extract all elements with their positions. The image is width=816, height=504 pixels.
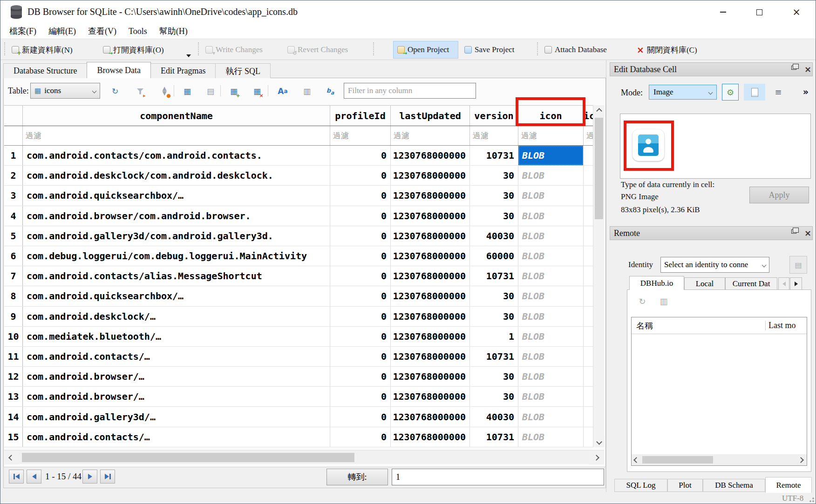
cell-profileId[interactable]: 0 (330, 166, 391, 185)
open-database-dropdown-icon[interactable] (186, 54, 191, 57)
cell-version[interactable]: 1 (470, 327, 518, 346)
cell-icon-blob[interactable]: BLOB (518, 226, 584, 246)
cell-componentName[interactable]: com.android.quicksearchbox/… (23, 186, 330, 205)
row-number[interactable]: 1 (4, 146, 23, 165)
table-row[interactable]: 6 com.debug.loggerui/com.debug.loggerui.… (4, 246, 593, 266)
cell-icon-blob[interactable]: BLOB (518, 146, 584, 165)
table-row[interactable]: 7 com.android.contacts/alias.MessageShor… (4, 266, 593, 286)
apply-button[interactable]: Apply (749, 187, 809, 203)
col-header-version[interactable]: version (470, 106, 518, 126)
cell-componentName[interactable]: com.android.contacts/… (23, 347, 330, 366)
cell-version[interactable]: 60000 (470, 246, 518, 266)
cell-lastUpdated[interactable]: 1230768000000 (391, 266, 470, 286)
cell-version[interactable]: 40030 (470, 407, 518, 426)
filter-profileId[interactable]: 過濾 (330, 126, 391, 145)
cell-lastUpdated[interactable]: 1230768000000 (391, 407, 470, 426)
cell-profileId[interactable]: 0 (330, 307, 391, 326)
cell-version[interactable]: 30 (470, 166, 518, 185)
remote-tab-current-database[interactable]: Current Dat (725, 277, 777, 290)
attach-database-button[interactable]: Attach Database (544, 43, 607, 57)
cell-icon-blob[interactable]: BLOB (518, 246, 584, 266)
cell-componentName[interactable]: com.mediatek.bluetooth/… (23, 327, 330, 346)
tab-execute-sql[interactable]: 執行 SQL (215, 63, 271, 78)
cell-lastUpdated[interactable]: 1230768000000 (391, 347, 470, 366)
cell-componentName[interactable]: com.android.contacts/… (23, 427, 330, 447)
minimize-button[interactable] (708, 3, 737, 21)
cell-icon-blob[interactable]: BLOB (518, 166, 584, 185)
database-view-icon[interactable]: ▥ (300, 85, 313, 98)
first-page-button[interactable] (9, 470, 24, 484)
cell-profileId[interactable]: 0 (330, 427, 391, 447)
cell-version[interactable]: 30 (470, 286, 518, 306)
close-database-button[interactable]: × 關閉資料庫(C) (637, 43, 697, 57)
scroll-right-button[interactable] (589, 450, 603, 464)
cell-profileId[interactable]: 0 (330, 367, 391, 386)
cell-lastUpdated[interactable]: 1230768000000 (391, 367, 470, 386)
table-row[interactable]: 9 com.android.deskclock/… 0 123076800000… (4, 307, 593, 327)
remote-close-button[interactable]: × (804, 228, 811, 238)
new-database-button[interactable]: + 新建資料庫(N) (12, 43, 73, 57)
corner-header[interactable] (4, 106, 23, 126)
filter-componentName[interactable]: 過濾 (23, 126, 330, 145)
cell-version[interactable]: 30 (470, 367, 518, 386)
row-number[interactable]: 9 (4, 307, 23, 326)
goto-input[interactable] (392, 469, 604, 485)
row-number[interactable]: 2 (4, 166, 23, 185)
cell-componentName[interactable]: com.android.deskclock/… (23, 307, 330, 326)
cell-version[interactable]: 10731 (470, 266, 518, 286)
row-number[interactable]: 14 (4, 407, 23, 426)
cell-version[interactable]: 10731 (470, 146, 518, 165)
cell-version[interactable]: 10731 (470, 427, 518, 447)
last-page-button[interactable] (100, 470, 115, 484)
filter-clipped[interactable]: 過濾 (584, 126, 593, 145)
clear-filters-icon[interactable]: ▸ (134, 85, 147, 98)
remote-float-button[interactable] (791, 229, 796, 234)
cell-lastUpdated[interactable]: 1230768000000 (391, 146, 470, 165)
dock-tab-sql-log[interactable]: SQL Log (614, 479, 667, 492)
filter-version[interactable]: 過濾 (470, 126, 518, 145)
cell-version[interactable]: 40030 (470, 226, 518, 246)
cell-icon-blob[interactable]: BLOB (518, 186, 584, 205)
clear-sort-icon[interactable]: ▲▼● (158, 85, 171, 98)
col-header-componentName[interactable]: componentName (23, 106, 330, 126)
cell-profileId[interactable]: 0 (330, 407, 391, 426)
text-mode-button[interactable] (744, 84, 765, 101)
cell-profileId[interactable]: 0 (330, 347, 391, 366)
cell-componentName[interactable]: com.debug.loggerui/com.debug.loggerui.Ma… (23, 246, 330, 266)
grid-horizontal-scrollbar[interactable] (4, 450, 604, 464)
cell-componentName[interactable]: com.android.gallery3d/com.android.galler… (23, 226, 330, 246)
table-row[interactable]: 13 com.android.browser/… 0 1230768000000… (4, 387, 593, 407)
table-row[interactable]: 1 com.android.contacts/com.android.conta… (4, 146, 593, 166)
cell-componentName[interactable]: com.android.deskclock/com.android.deskcl… (23, 166, 330, 185)
remote-tab-dbhub[interactable]: DBHub.io (629, 276, 684, 290)
cell-profileId[interactable]: 0 (330, 186, 391, 205)
row-number[interactable]: 5 (4, 226, 23, 246)
cell-lastUpdated[interactable]: 1230768000000 (391, 327, 470, 346)
row-number[interactable]: 12 (4, 367, 23, 386)
cell-icon-blob[interactable]: BLOB (518, 307, 584, 326)
next-page-button[interactable] (82, 470, 97, 484)
cell-profileId[interactable]: 0 (330, 206, 391, 226)
open-database-button[interactable]: → 打開資料庫(O) (103, 43, 164, 57)
tab-scroll-left-button[interactable] (778, 277, 789, 290)
table-row[interactable]: 11 com.android.contacts/… 0 123076800000… (4, 347, 593, 367)
menu-view[interactable]: 查看(V) (82, 25, 122, 38)
dock-tab-remote[interactable]: Remote (765, 477, 812, 493)
cell-version[interactable]: 30 (470, 387, 518, 406)
scroll-thumb[interactable] (642, 456, 713, 464)
cell-componentName[interactable]: com.android.browser/com.android.browser. (23, 206, 330, 226)
menu-help[interactable]: 幫助(H) (153, 25, 194, 38)
row-number[interactable]: 15 (4, 427, 23, 447)
delete-record-icon[interactable]: ▦× (251, 85, 264, 98)
cell-version[interactable]: 30 (470, 186, 518, 205)
write-changes-button[interactable]: ▾ Write Changes (205, 43, 263, 57)
last-modified-column-header[interactable]: Last mo (765, 321, 807, 330)
format-ba-icon[interactable]: ba (324, 85, 337, 98)
cell-icon-blob[interactable]: BLOB (518, 206, 584, 226)
insert-record-icon[interactable]: ▦+ (227, 85, 240, 98)
cell-profileId[interactable]: 0 (330, 387, 391, 406)
table-row[interactable]: 10 com.mediatek.bluetooth/… 0 1230768000… (4, 327, 593, 347)
cell-icon-blob[interactable]: BLOB (518, 367, 584, 386)
cell-lastUpdated[interactable]: 1230768000000 (391, 226, 470, 246)
close-button[interactable]: × (782, 3, 811, 21)
